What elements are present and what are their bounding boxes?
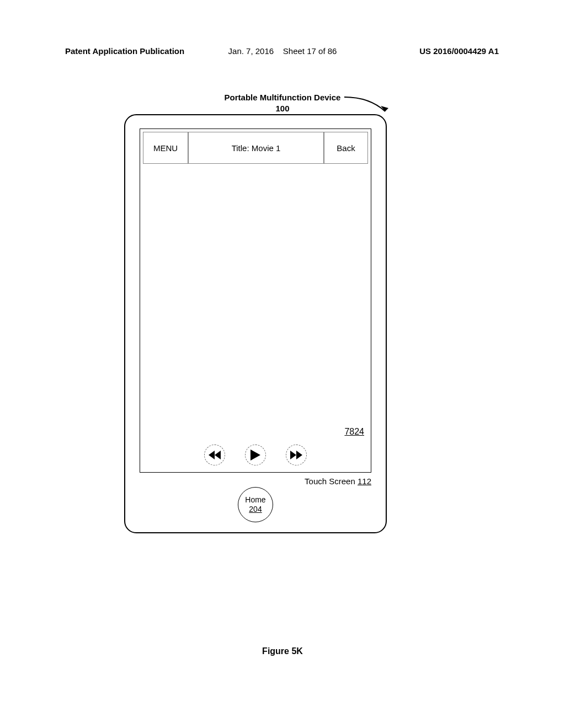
svg-marker-2 <box>215 451 221 459</box>
header-center: Jan. 7, 2016 Sheet 17 of 86 <box>228 46 337 56</box>
page-header: Patent Application Publication Jan. 7, 2… <box>0 46 565 56</box>
svg-marker-4 <box>290 451 296 459</box>
rewind-button[interactable] <box>204 445 225 465</box>
playback-controls <box>204 445 307 465</box>
leader-arrow-icon <box>342 95 392 117</box>
forward-icon <box>290 451 302 459</box>
back-button[interactable]: Back <box>324 132 368 164</box>
header-pubnum: US 2016/0004429 A1 <box>419 46 499 56</box>
forward-button[interactable] <box>286 445 307 465</box>
home-label: Home <box>245 495 265 505</box>
play-icon <box>250 449 260 461</box>
rewind-icon <box>209 451 221 459</box>
device-title: Portable Multifunction Device 100 <box>225 92 341 114</box>
home-ref: 204 <box>249 505 262 514</box>
header-left: Patent Application Publication <box>65 46 184 56</box>
touch-screen-label: Touch Screen 112 <box>305 477 371 486</box>
figure-label: Figure 5K <box>262 646 303 656</box>
home-button[interactable]: Home 204 <box>238 487 273 522</box>
screen-title: Title: Movie 1 <box>188 132 324 164</box>
top-bar: MENU Title: Movie 1 Back <box>143 132 368 164</box>
touch-screen[interactable]: MENU Title: Movie 1 Back 7824 <box>140 129 371 473</box>
content-ref-label: 7824 <box>344 427 364 437</box>
svg-marker-5 <box>296 451 302 459</box>
svg-marker-1 <box>209 451 215 459</box>
menu-button[interactable]: MENU <box>143 132 188 164</box>
device-frame: MENU Title: Movie 1 Back 7824 <box>124 114 387 533</box>
play-button[interactable] <box>245 445 266 465</box>
svg-marker-3 <box>250 449 260 461</box>
